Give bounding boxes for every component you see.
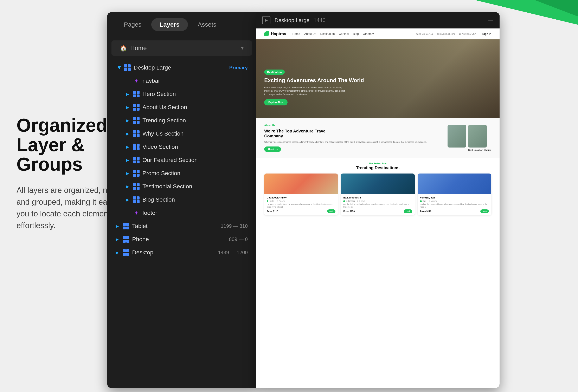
card-desc-3: Explore the most exciting travel adventu… — [420, 203, 489, 208]
about-section-label: About Us Section — [143, 104, 248, 111]
card-title-1: Capadocia-Turky — [267, 196, 336, 199]
nav-links: Home About Us Destination Contact Blog O… — [292, 32, 410, 36]
card-body-2: Bali, Indonesia Indonesia 3-6 days Get t… — [341, 194, 415, 215]
book-button-2[interactable]: Book — [404, 209, 412, 213]
hero-section: Destination Exciting Adventures Around T… — [256, 40, 500, 118]
home-icon: 🏠 — [120, 45, 127, 52]
about-button[interactable]: About Us — [264, 146, 281, 152]
desktop-large-label: Desktop Large — [134, 64, 227, 71]
nav-link-contact[interactable]: Contact — [339, 32, 349, 36]
layer-testimonial-section[interactable]: ▶ Testimonial Section — [111, 180, 252, 193]
grid-icon — [133, 157, 140, 163]
book-button-3[interactable]: Book — [480, 209, 489, 213]
card-title-3: Venezia, Italy — [420, 196, 489, 199]
grid-icon — [133, 183, 140, 190]
nav-link-about[interactable]: About Us — [304, 32, 316, 36]
panel-container: Pages Layers Assets 🏠 Home ▾ ▶ Desktop L… — [107, 12, 500, 388]
about-label: About Us — [264, 124, 441, 127]
trending-title: Trending Destinations — [264, 166, 491, 170]
tab-assets[interactable]: Assets — [190, 18, 225, 31]
panel-tabs: Pages Layers Assets — [107, 12, 256, 37]
arrow-right-icon: ▶ — [126, 92, 130, 96]
layer-trending-section[interactable]: ▶ Trending Section — [111, 114, 252, 127]
arrow-right-icon: ▶ — [116, 237, 120, 242]
tablet-label: Tablet — [132, 223, 218, 229]
home-row[interactable]: 🏠 Home ▾ — [111, 41, 252, 56]
layer-whyus-section[interactable]: ▶ Why Us Section — [111, 127, 252, 140]
image-2 — [468, 125, 487, 147]
nav-other: 10 Any Innr, USA — [459, 33, 476, 35]
about-text-column: About Us We're The Top Adventure Travel … — [264, 124, 441, 152]
tab-layers[interactable]: Layers — [151, 18, 188, 31]
card-image-venice — [418, 174, 491, 194]
video-section-label: Video Section — [143, 144, 248, 150]
layer-navbar[interactable]: ✦ navbar — [111, 74, 252, 87]
nav-link-blog[interactable]: Blog — [353, 32, 359, 36]
signin-button[interactable]: Sign in — [482, 32, 491, 36]
divider-1 — [111, 37, 252, 37]
hero-description: Life is full of surprises, and we know t… — [264, 86, 347, 96]
arrow-right-icon: ▶ — [116, 224, 120, 229]
arrow-down-icon: ▶ — [117, 66, 122, 70]
sparkle-icon: ✦ — [133, 78, 140, 84]
hero-title: Exciting Adventures Around The World — [264, 77, 458, 84]
explore-button[interactable]: Explore Now — [264, 99, 288, 105]
card-footer-1: From $110 Book — [267, 209, 336, 213]
tab-pages[interactable]: Pages — [116, 18, 150, 31]
nav-link-home[interactable]: Home — [292, 32, 300, 36]
card-image-cappadocia — [264, 174, 338, 194]
preview-panel: ▶ Desktop Large 1440 — Haptrav Home Abou… — [256, 12, 500, 388]
layer-list: ▶ Desktop Large Primary ✦ navbar ▶ Hero … — [107, 59, 256, 261]
card-footer-3: From $119 Book — [420, 209, 489, 213]
layers-panel: Pages Layers Assets 🏠 Home ▾ ▶ Desktop L… — [107, 12, 256, 388]
card-body-3: Venezia, Italy Italy 3-5 days Explore th… — [418, 194, 491, 215]
layer-tablet[interactable]: ▶ Tablet 1199 — 810 — [111, 219, 252, 233]
book-button-1[interactable]: Book — [327, 209, 336, 213]
layer-desktop-large[interactable]: ▶ Desktop Large Primary — [111, 61, 252, 74]
card-footer-2: From $150 Book — [343, 209, 412, 213]
card-price-2: From $150 — [343, 210, 355, 213]
website-preview: Haptrav Home About Us Destination Contac… — [256, 29, 500, 388]
grid-icon — [133, 144, 140, 150]
layer-featured-section[interactable]: ▶ Our Featured Section — [111, 154, 252, 167]
site-logo: Haptrav — [264, 31, 286, 36]
image-1 — [447, 125, 466, 147]
grid-icon — [123, 249, 129, 256]
arrow-right-icon: ▶ — [116, 250, 120, 255]
layer-footer[interactable]: ✦ footer — [111, 206, 252, 219]
grid-icon — [133, 131, 140, 137]
trending-cards: Capadocia-Turky Turky 2-7 days Explore t… — [264, 174, 491, 215]
testimonial-section-label: Testimonial Section — [143, 183, 248, 190]
layer-desktop[interactable]: ▶ Desktop 1439 — 1200 — [111, 246, 252, 259]
blog-section-label: Blog Section — [143, 196, 248, 203]
phone-size: 809 — 0 — [229, 236, 248, 242]
layer-blog-section[interactable]: ▶ Blog Section — [111, 193, 252, 206]
chevron-down-icon: ▾ — [241, 45, 243, 51]
desktop-size: 1439 — 1200 — [218, 250, 248, 256]
layer-about-section[interactable]: ▶ About Us Section — [111, 101, 252, 114]
home-label: Home — [130, 44, 238, 52]
location-dot-icon — [420, 200, 422, 202]
layer-promo-section[interactable]: ▶ Promo Section — [111, 167, 252, 180]
nav-link-others[interactable]: Others ▾ — [363, 32, 374, 36]
grid-icon — [133, 104, 140, 111]
layer-video-section[interactable]: ▶ Video Section — [111, 140, 252, 154]
about-image-1 — [447, 125, 466, 151]
about-section: About Us We're The Top Adventure Travel … — [256, 118, 500, 158]
card-desc-1: Explore the captivating art of a new tra… — [267, 203, 336, 208]
trending-card-1: Capadocia-Turky Turky 2-7 days Explore t… — [264, 174, 338, 215]
logo-text: Haptrav — [271, 32, 286, 36]
arrow-right-icon: ▶ — [126, 105, 130, 110]
grid-icon — [133, 196, 140, 203]
play-button[interactable]: ▶ — [262, 16, 270, 24]
arrow-right-icon: ▶ — [126, 171, 130, 176]
layer-hero-section[interactable]: ▶ Hero Section — [111, 87, 252, 101]
about-caption: Best Location Choice — [468, 149, 491, 151]
layer-phone[interactable]: ▶ Phone 809 — 0 — [111, 233, 252, 246]
nav-link-destination[interactable]: Destination — [320, 32, 335, 36]
nav-right: +234 678 917 11 contactgmail.com 10 Any … — [416, 33, 476, 35]
grid-icon — [123, 223, 129, 229]
card-title-2: Bali, Indonesia — [343, 196, 412, 199]
handle-icon: — — [488, 17, 493, 23]
phone-label: Phone — [132, 236, 226, 243]
